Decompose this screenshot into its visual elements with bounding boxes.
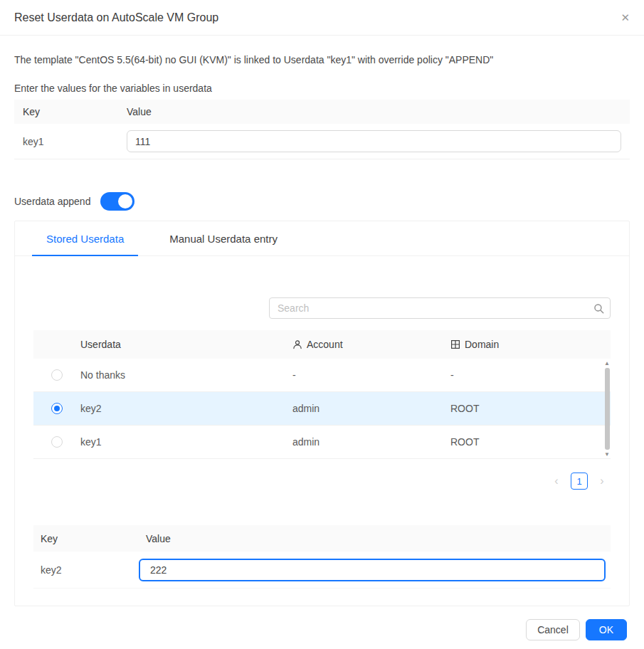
radio-cell [33,369,80,381]
column-header-key: Key [33,533,139,544]
key-cell: key2 [33,564,139,576]
table-row-no-thanks[interactable]: No thanks - - [33,359,611,392]
variables-table-header: Key Value [14,100,630,124]
tab-manual-userdata-entry[interactable]: Manual Userdata entry [155,221,292,256]
table-row-key2[interactable]: key2 admin ROOT [33,392,611,426]
stored-userdata-table-header: Userdata Account [33,330,611,359]
search-icon[interactable] [593,303,604,314]
tab-label: Stored Userdata [46,233,124,245]
userdata-cell: No thanks [80,369,292,381]
domain-cell: ROOT [450,436,611,448]
pagination-prev[interactable]: ‹ [548,473,565,490]
column-header-value: Value [139,533,611,544]
pagination-next[interactable]: › [593,473,611,490]
tab-label: Manual Userdata entry [169,233,278,245]
template-info-text: The template "CentOS 5.5(64-bit) no GUI … [14,54,630,65]
close-icon[interactable]: ✕ [621,12,630,23]
domain-cell: - [450,369,611,381]
tab-bar: Stored Userdata Manual Userdata entry [15,221,629,256]
tab-stored-userdata[interactable]: Stored Userdata [32,221,138,256]
search-row [33,297,611,319]
pagination: ‹ 1 › [33,473,611,490]
user-icon [292,339,302,349]
header-label: Userdata [80,339,121,350]
modal-footer: Cancel OK [0,606,644,640]
radio-cell [33,403,80,414]
value-cell [139,559,611,581]
variables-table: Key Value key1 [14,100,630,159]
variables-label: Enter the values for the variables in us… [14,83,630,94]
scroll-up-icon[interactable]: ▲ [604,360,610,366]
userdata-append-label: Userdata append [14,196,90,207]
domain-cell: ROOT [450,403,611,414]
key-value-table-header: Key Value [33,525,611,552]
userdata-card: Stored Userdata Manual Userdata entry [14,221,630,606]
stored-userdata-table-body: No thanks - - key2 admin ROOT [33,359,611,459]
stored-userdata-panel: Userdata Account [15,256,629,606]
scroll-down-icon[interactable]: ▼ [604,451,610,458]
column-header-domain: Domain [450,339,611,350]
table-scrollbar[interactable]: ▲ ▼ [603,360,611,458]
column-header-value: Value [118,100,630,124]
table-row: key1 [14,124,630,159]
userdata-append-toggle[interactable] [100,192,134,211]
account-cell: admin [292,436,450,448]
value-cell [118,124,630,159]
table-row-key1[interactable]: key1 admin ROOT [33,426,611,459]
pagination-page-1[interactable]: 1 [571,473,588,490]
search-input[interactable] [269,297,611,319]
key-cell: key1 [14,124,118,159]
cancel-button[interactable]: Cancel [526,619,580,640]
reset-userdata-modal: Reset Userdata on AutoScale VM Group ✕ T… [0,0,644,640]
radio-key1[interactable] [51,436,63,448]
scrollbar-thumb[interactable] [605,368,610,450]
key1-value-input[interactable] [127,130,621,152]
modal-body: The template "CentOS 5.5(64-bit) no GUI … [0,36,644,606]
userdata-append-row: Userdata append [14,192,630,211]
table-row: key2 [33,552,611,589]
userdata-cell: key1 [80,436,292,448]
key2-value-input[interactable] [139,559,606,581]
userdata-cell: key2 [80,403,292,414]
modal-header: Reset Userdata on AutoScale VM Group ✕ [0,0,644,36]
domain-icon [450,339,460,349]
header-label: Domain [465,339,499,350]
radio-no-thanks[interactable] [51,369,63,381]
radio-cell [33,436,80,448]
column-header-account: Account [292,339,450,350]
header-label: Account [307,339,343,350]
search-box [269,297,611,319]
column-header-userdata: Userdata [80,339,292,350]
account-cell: - [292,369,450,381]
ok-button[interactable]: OK [586,619,627,640]
key-value-table: Key Value key2 [33,525,611,589]
toggle-knob [118,194,132,209]
modal-title: Reset Userdata on AutoScale VM Group [14,11,218,24]
radio-key2[interactable] [51,403,63,414]
stored-userdata-table: Userdata Account [33,330,611,459]
column-header-key: Key [14,100,118,124]
account-cell: admin [292,403,450,414]
